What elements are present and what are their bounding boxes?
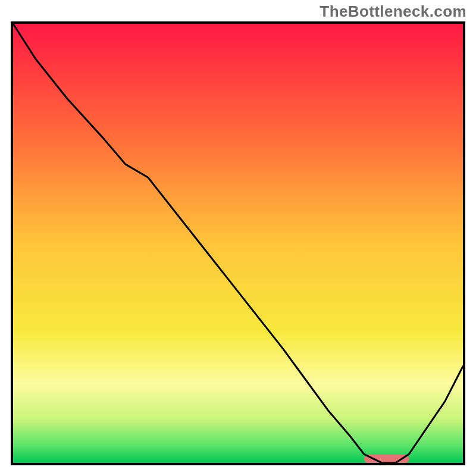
watermark-text: TheBottleneck.com	[320, 2, 466, 21]
curve-layer	[13, 24, 463, 463]
plot-border	[11, 21, 465, 465]
chart-frame: TheBottleneck.com	[0, 0, 476, 476]
plot-area	[13, 24, 463, 463]
main-curve	[13, 24, 463, 463]
